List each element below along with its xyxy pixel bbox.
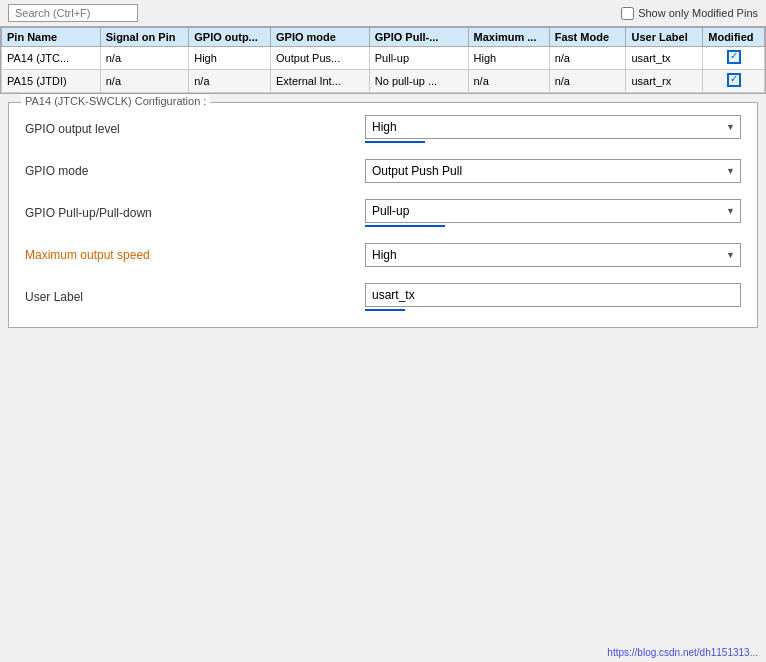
table-row[interactable]: PA14 (JTC...n/aHighOutput Pus...Pull-upH… xyxy=(2,47,765,70)
cell-signal: n/a xyxy=(100,70,189,93)
col-header-signal[interactable]: Signal on Pin xyxy=(100,28,189,47)
cell-modified[interactable] xyxy=(703,47,765,70)
config-control-gpio_pull: Pull-upPull-downNo pull-up and no pull-d… xyxy=(365,199,741,227)
config-control-gpio_output_level: HighLow xyxy=(365,115,741,143)
cell-gpio_output: n/a xyxy=(189,70,271,93)
select-wrapper-max_output_speed: HighLowMediumVery High xyxy=(365,243,741,267)
col-header-gpio-output[interactable]: GPIO outp... xyxy=(189,28,271,47)
cell-signal: n/a xyxy=(100,47,189,70)
pins-table: Pin Name Signal on Pin GPIO outp... GPIO… xyxy=(1,27,765,93)
config-label-gpio_output_level: GPIO output level xyxy=(25,122,365,136)
config-row-gpio_mode: GPIO modeOutput Push PullOutput Open Dra… xyxy=(25,159,741,183)
show-modified-label: Show only Modified Pins xyxy=(638,7,758,19)
cell-fast_mode: n/a xyxy=(549,47,626,70)
cell-user_label: usart_rx xyxy=(626,70,703,93)
cell-gpio_pull: No pull-up ... xyxy=(369,70,468,93)
select-wrapper-gpio_output_level: HighLow xyxy=(365,115,741,139)
watermark: https://blog.csdn.net/dh1151313... xyxy=(607,647,758,658)
cell-user_label: usart_tx xyxy=(626,47,703,70)
search-input[interactable] xyxy=(8,4,138,22)
cell-pin_name: PA14 (JTC... xyxy=(2,47,101,70)
col-header-maximum[interactable]: Maximum ... xyxy=(468,28,549,47)
cell-maximum: High xyxy=(468,47,549,70)
cell-pin_name: PA15 (JTDI) xyxy=(2,70,101,93)
col-header-pin-name[interactable]: Pin Name xyxy=(2,28,101,47)
config-control-user_label xyxy=(365,283,741,311)
table-header-row: Pin Name Signal on Pin GPIO outp... GPIO… xyxy=(2,28,765,47)
col-header-gpio-mode[interactable]: GPIO mode xyxy=(271,28,370,47)
config-section: PA14 (JTCK-SWCLK) Configuration : GPIO o… xyxy=(8,102,758,328)
cell-gpio_mode: External Int... xyxy=(271,70,370,93)
underline-user_label xyxy=(365,309,405,311)
cell-gpio_pull: Pull-up xyxy=(369,47,468,70)
cell-maximum: n/a xyxy=(468,70,549,93)
config-row-max_output_speed: Maximum output speedHighLowMediumVery Hi… xyxy=(25,243,741,267)
config-control-max_output_speed: HighLowMediumVery High xyxy=(365,243,741,267)
select-wrapper-gpio_mode: Output Push PullOutput Open Drain xyxy=(365,159,741,183)
cell-fast_mode: n/a xyxy=(549,70,626,93)
col-header-user-label[interactable]: User Label xyxy=(626,28,703,47)
show-modified-checkbox[interactable] xyxy=(621,7,634,20)
select-gpio_pull[interactable]: Pull-upPull-downNo pull-up and no pull-d… xyxy=(365,199,741,223)
modified-checkbox[interactable] xyxy=(727,50,741,64)
cell-gpio_mode: Output Pus... xyxy=(271,47,370,70)
select-gpio_mode[interactable]: Output Push PullOutput Open Drain xyxy=(365,159,741,183)
pins-table-container: Pin Name Signal on Pin GPIO outp... GPIO… xyxy=(0,26,766,94)
underline-gpio_output_level xyxy=(365,141,425,143)
config-control-gpio_mode: Output Push PullOutput Open Drain xyxy=(365,159,741,183)
col-header-fast-mode[interactable]: Fast Mode xyxy=(549,28,626,47)
table-row[interactable]: PA15 (JTDI)n/an/aExternal Int...No pull-… xyxy=(2,70,765,93)
col-header-gpio-pull[interactable]: GPIO Pull-... xyxy=(369,28,468,47)
config-row-gpio_output_level: GPIO output levelHighLow xyxy=(25,115,741,143)
input-user_label[interactable] xyxy=(365,283,741,307)
config-label-gpio_mode: GPIO mode xyxy=(25,164,365,178)
config-row-user_label: User Label xyxy=(25,283,741,311)
underline-gpio_pull xyxy=(365,225,445,227)
select-gpio_output_level[interactable]: HighLow xyxy=(365,115,741,139)
cell-gpio_output: High xyxy=(189,47,271,70)
config-row-gpio_pull: GPIO Pull-up/Pull-downPull-upPull-downNo… xyxy=(25,199,741,227)
config-label-gpio_pull: GPIO Pull-up/Pull-down xyxy=(25,206,365,220)
config-label-user_label: User Label xyxy=(25,290,365,304)
select-max_output_speed[interactable]: HighLowMediumVery High xyxy=(365,243,741,267)
config-legend: PA14 (JTCK-SWCLK) Configuration : xyxy=(21,95,210,107)
modified-checkbox[interactable] xyxy=(727,73,741,87)
col-header-modified[interactable]: Modified xyxy=(703,28,765,47)
show-modified-container: Show only Modified Pins xyxy=(621,7,758,20)
config-label-max_output_speed: Maximum output speed xyxy=(25,248,365,262)
cell-modified[interactable] xyxy=(703,70,765,93)
select-wrapper-gpio_pull: Pull-upPull-downNo pull-up and no pull-d… xyxy=(365,199,741,223)
top-bar: Show only Modified Pins xyxy=(0,0,766,26)
